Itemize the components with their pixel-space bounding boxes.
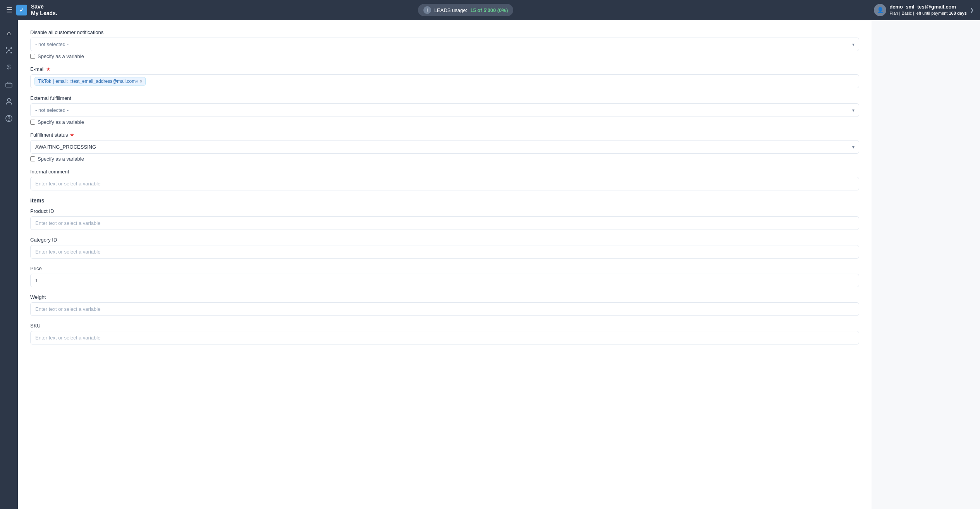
svg-point-3 (10, 52, 12, 53)
topbar-center: i LEADS usage: 15 of 5'000 (0%) (418, 4, 513, 16)
topbar: ☰ ✓ Save My Leads. i LEADS usage: 15 of … (0, 0, 980, 20)
price-input[interactable] (30, 274, 859, 287)
user-email: demo_sml_test@gmail.com (889, 3, 967, 10)
product-id-label: Product ID (30, 208, 859, 214)
main-layout: ⌂ $ (0, 20, 980, 509)
tag-source: TikTok (38, 79, 51, 84)
info-icon: i (423, 6, 431, 14)
sku-group: SKU (30, 323, 859, 344)
fulfillment-status-group: Fulfillment status ★ AWAITING_PROCESSING… (30, 132, 859, 162)
email-group: E-mail ★ TikTok | email: «test_email_add… (30, 66, 859, 88)
product-id-group: Product ID (30, 208, 859, 230)
sidebar-item-user[interactable] (2, 94, 16, 108)
disable-notifications-group: Disable all customer notifications - not… (30, 29, 859, 59)
tag-separator: | (53, 79, 54, 84)
price-group: Price (30, 266, 859, 287)
logo-text: Save My Leads. (31, 3, 57, 17)
chevron-down-icon: ❯ (970, 7, 974, 13)
fulfillment-status-select[interactable]: AWAITING_PROCESSING (30, 140, 859, 154)
sku-label: SKU (30, 323, 859, 329)
sidebar-item-connections[interactable] (2, 43, 16, 57)
sku-input[interactable] (30, 331, 859, 344)
category-id-input[interactable] (30, 245, 859, 259)
items-section: Items Product ID Category ID Price (30, 197, 859, 344)
tag-close-icon[interactable]: × (140, 79, 142, 84)
sidebar: ⌂ $ (0, 20, 18, 509)
topbar-left: ☰ ✓ Save My Leads. (6, 3, 57, 17)
svg-point-9 (7, 98, 10, 101)
user-details: demo_sml_test@gmail.com Plan | Basic | l… (889, 3, 967, 17)
disable-notifications-select[interactable]: - not selected - (30, 38, 859, 51)
logo-icon: ✓ (16, 5, 27, 15)
fulfillment-status-select-wrapper: AWAITING_PROCESSING ▾ (30, 140, 859, 154)
external-fulfillment-specify-row: Specify as a variable (30, 119, 859, 125)
weight-label: Weight (30, 294, 859, 300)
fulfillment-status-required-star: ★ (70, 132, 74, 138)
fulfillment-status-specify-row: Specify as a variable (30, 156, 859, 162)
leads-badge: i LEADS usage: 15 of 5'000 (0%) (418, 4, 513, 16)
avatar: 👤 (874, 4, 886, 16)
product-id-input[interactable] (30, 216, 859, 230)
sidebar-item-home[interactable]: ⌂ (2, 26, 16, 40)
internal-comment-group: Internal comment (30, 169, 859, 190)
leads-label: LEADS usage: (434, 7, 467, 13)
external-fulfillment-label: External fulfillment (30, 95, 859, 101)
disable-notifications-select-wrapper: - not selected - ▾ (30, 38, 859, 51)
user-plan: Plan | Basic | left until payment 168 da… (889, 10, 967, 16)
sidebar-item-billing[interactable]: $ (2, 60, 16, 74)
email-label: E-mail ★ (30, 66, 859, 72)
external-fulfillment-specify-checkbox[interactable] (30, 120, 35, 125)
fulfillment-status-label: Fulfillment status ★ (30, 132, 859, 138)
disable-notifications-label: Disable all customer notifications (30, 29, 859, 35)
fulfillment-status-specify-label[interactable]: Specify as a variable (38, 156, 84, 162)
sidebar-item-briefcase[interactable] (2, 77, 16, 91)
content-area: Disable all customer notifications - not… (18, 20, 872, 509)
email-tag-input[interactable]: TikTok | email: «test_email_address@mail… (30, 74, 859, 88)
price-label: Price (30, 266, 859, 271)
form-panel: Disable all customer notifications - not… (18, 20, 872, 509)
svg-line-7 (7, 50, 9, 53)
category-id-label: Category ID (30, 237, 859, 243)
right-panel (872, 20, 980, 509)
external-fulfillment-select[interactable]: - not selected - (30, 103, 859, 117)
items-section-title: Items (30, 197, 859, 204)
svg-line-5 (7, 48, 9, 50)
internal-comment-input[interactable] (30, 177, 859, 190)
fulfillment-status-specify-checkbox[interactable] (30, 156, 35, 161)
topbar-right: 👤 demo_sml_test@gmail.com Plan | Basic |… (874, 3, 974, 17)
disable-notifications-specify-label[interactable]: Specify as a variable (38, 53, 84, 59)
internal-comment-label: Internal comment (30, 169, 859, 175)
email-required-star: ★ (46, 66, 51, 72)
tag-value: «test_email_address@mail.com» (69, 79, 138, 84)
leads-current: 15 of 5'000 (0%) (470, 7, 508, 13)
weight-group: Weight (30, 294, 859, 316)
tag-field: email: (55, 79, 68, 84)
weight-input[interactable] (30, 302, 859, 316)
external-fulfillment-specify-label[interactable]: Specify as a variable (38, 119, 84, 125)
disable-notifications-specify-checkbox[interactable] (30, 54, 35, 59)
svg-point-11 (9, 120, 9, 120)
email-tag-chip: TikTok | email: «test_email_address@mail… (34, 77, 146, 86)
sidebar-item-help[interactable] (2, 111, 16, 125)
svg-rect-8 (6, 83, 12, 87)
user-info[interactable]: 👤 demo_sml_test@gmail.com Plan | Basic |… (874, 3, 974, 17)
menu-button[interactable]: ☰ (6, 6, 12, 14)
svg-line-6 (9, 48, 11, 50)
category-id-group: Category ID (30, 237, 859, 259)
disable-notifications-specify-row: Specify as a variable (30, 53, 859, 59)
external-fulfillment-group: External fulfillment - not selected - ▾ … (30, 95, 859, 125)
external-fulfillment-select-wrapper: - not selected - ▾ (30, 103, 859, 117)
